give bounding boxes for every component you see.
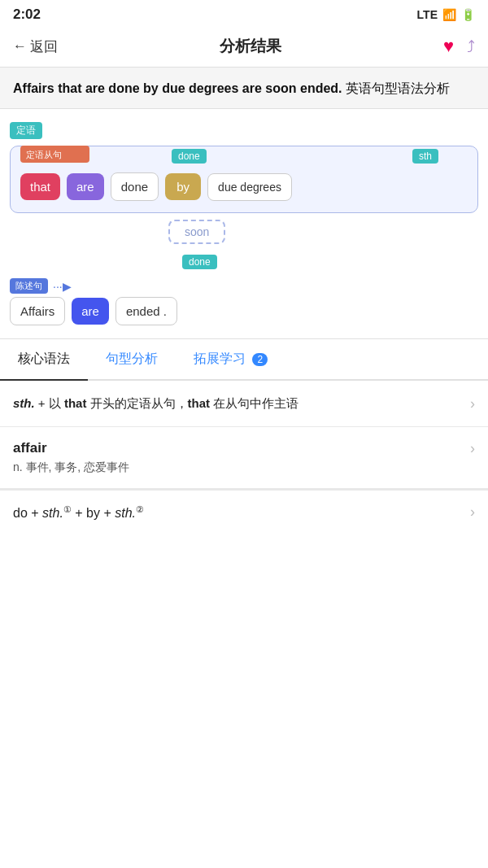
word-by[interactable]: by [165, 173, 201, 200]
main-clause-area: soon done 陈述句 ···▶ Affairs are ended . [10, 220, 478, 325]
diagram-section: 定语 定语从句 ⟶ done sth that are done by [0, 109, 488, 339]
header: ← 返回 分析结果 ♥ ⤴ [0, 28, 488, 68]
signal-icon: 📶 [442, 8, 456, 21]
sentence-text: Affairs that are done by due degrees are… [13, 79, 475, 98]
clause-words-row: that are done by due degrees [20, 172, 468, 201]
header-icons: ♥ ⤴ [443, 36, 475, 57]
back-label: 返回 [30, 37, 58, 56]
sth-label-top: sth [412, 148, 438, 164]
word-entry-section: affair › n. 事件, 事务, 恋爱事件 [0, 427, 488, 490]
battery-icon: 🔋 [461, 8, 475, 21]
tabs-bar: 核心语法 句型分析 拓展学习 2 [0, 339, 488, 381]
favorite-button[interactable]: ♥ [443, 36, 454, 57]
diagram-container: 定语 定语从句 ⟶ done sth that are done by [10, 122, 478, 325]
tab-sentence-analysis[interactable]: 句型分析 [88, 339, 176, 381]
done-label-top: done [172, 148, 207, 164]
clause-arrow: ⟶ [68, 147, 84, 160]
share-button[interactable]: ⤴ [467, 37, 475, 56]
formula-chevron: › [470, 504, 475, 521]
sentence-bold: Affairs that are done by due degrees are… [13, 81, 342, 95]
status-right: LTE 📶 🔋 [417, 8, 475, 21]
tab-badge: 2 [252, 353, 268, 366]
tab-expand-learning[interactable]: 拓展学习 2 [176, 339, 285, 381]
page-title: 分析结果 [220, 36, 281, 57]
soon-label: soon [185, 225, 209, 238]
relative-clause-box: 定语从句 ⟶ done sth that are done by due deg… [10, 146, 478, 213]
sentence-label: 英语句型语法分析 [346, 81, 450, 95]
status-time: 2:02 [13, 7, 41, 23]
main-words-row: Affairs are ended . [10, 297, 478, 325]
word-done[interactable]: done [111, 172, 159, 201]
word-due-degrees[interactable]: due degrees [207, 173, 292, 201]
grammar-card-chevron: › [470, 395, 475, 412]
word-affair-header: affair [13, 440, 47, 456]
back-button[interactable]: ← 返回 [13, 37, 58, 56]
word-affairs[interactable]: Affairs [10, 297, 65, 325]
grammar-card-text: sth. + 以 that 开头的定语从句，that 在从句中作主语 [13, 394, 464, 413]
word-chevron: › [470, 440, 475, 457]
done-label-2: done [182, 254, 217, 269]
word-ended[interactable]: ended . [115, 297, 177, 325]
word-affair-card[interactable]: affair › [0, 427, 488, 460]
formula-text: do + sth.① + by + sth.② [13, 504, 144, 520]
chensuju-label-row: 陈述句 ···▶ [10, 278, 478, 294]
chensuju-tag: 陈述句 [10, 278, 48, 294]
back-arrow-icon: ← [13, 38, 27, 55]
done-tag-2: done [182, 255, 217, 269]
grammar-card[interactable]: sth. + 以 that 开头的定语从句，that 在从句中作主语 › [0, 381, 488, 427]
dingyu-tag: 定语 [10, 122, 42, 139]
sth-tag: sth [412, 149, 438, 164]
dingyu-label: 定语 [10, 122, 478, 146]
chensuju-arrow: ···▶ [53, 280, 72, 293]
tab-core-grammar[interactable]: 核心语法 [0, 339, 88, 381]
dingyucongju-tag: 定语从句 ⟶ [20, 146, 89, 163]
word-are[interactable]: are [67, 173, 104, 200]
status-bar: 2:02 LTE 📶 🔋 [0, 0, 488, 28]
done-tag-1: done [172, 149, 207, 164]
grammar-sth-prefix: sth. [13, 396, 35, 410]
network-label: LTE [417, 8, 438, 21]
word-are-main[interactable]: are [72, 298, 109, 325]
word-that[interactable]: that [20, 173, 60, 200]
sentence-section: Affairs that are done by due degrees are… [0, 68, 488, 109]
word-definition: n. 事件, 事务, 恋爱事件 [0, 460, 488, 489]
soon-box: soon [168, 220, 225, 244]
formula-card[interactable]: do + sth.① + by + sth.② › [0, 490, 488, 534]
